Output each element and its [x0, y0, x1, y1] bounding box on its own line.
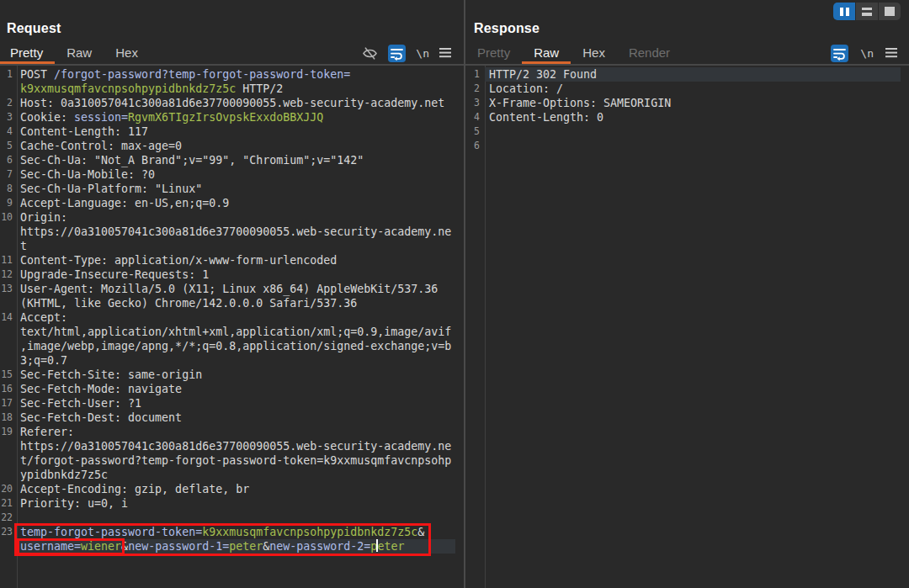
code-line: (KHTML, like Gecko) Chrome/142.0.0.0 Saf…: [17, 296, 455, 310]
code-line: Accept:: [17, 310, 455, 325]
code-line: Referer:: [17, 425, 455, 439]
editor-row: 2Host: 0a310057041c300a81d6e37700090055.…: [0, 96, 464, 110]
tab-pretty[interactable]: Pretty: [0, 44, 55, 64]
text-caret: [376, 539, 378, 552]
editor-row: 9Accept-Language: en-US,en;q=0.9: [0, 196, 464, 210]
line-number: 1: [0, 67, 17, 82]
code-line: [17, 511, 455, 525]
editor-row: 3;q=0.7: [0, 353, 464, 368]
code-line: username=wiener&new-password-1=peter&new…: [17, 539, 455, 554]
columns-layout-icon: [840, 8, 849, 16]
columns-layout-button[interactable]: [833, 3, 855, 20]
code-line: HTTP/2 302 Found: [485, 67, 901, 82]
line-number: 10: [0, 210, 17, 225]
code-line: POST /forgot-password?temp-forgot-passwo…: [17, 67, 455, 82]
rows-layout-button[interactable]: [856, 3, 878, 20]
line-number: 16: [0, 382, 17, 396]
code-line: t: [17, 239, 455, 253]
line-number: 3: [465, 96, 485, 110]
editor-row: 5: [465, 124, 909, 139]
editor-row: 10Origin:: [0, 210, 464, 225]
code-line: Priority: u=0, i: [17, 496, 455, 511]
code-line: Sec-Fetch-Site: same-origin: [17, 368, 455, 382]
editor-row: 23temp-forgot-password-token=k9xxmusqmfa…: [0, 525, 464, 539]
line-number: 2: [465, 82, 485, 96]
code-line: t/forgot-password?temp-forgot-password-t…: [17, 453, 455, 468]
single-pane-icon: [885, 7, 895, 16]
editor-row: k9xxmusqmfavcnpsohpypidbnkdz7z5c HTTP/2: [0, 82, 464, 96]
line-number: 21: [0, 496, 17, 511]
code-line: Cache-Control: max-age=0: [17, 139, 455, 153]
editor-row: 15Sec-Fetch-Site: same-origin: [0, 368, 464, 382]
code-line: Sec-Ch-Ua: "Not_A Brand";v="99", "Chromi…: [17, 153, 455, 167]
code-line: temp-forgot-password-token=k9xxmusqmfavc…: [17, 525, 455, 539]
code-line: Sec-Fetch-User: ?1: [17, 396, 455, 411]
line-number: 4: [0, 124, 17, 139]
word-wrap-icon[interactable]: [831, 45, 848, 62]
layout-toolbar: [833, 3, 901, 20]
line-number: [0, 453, 17, 468]
newline-icon[interactable]: \n: [416, 47, 429, 60]
code-line: Content-Length: 117: [17, 124, 455, 139]
tab-pretty[interactable]: Pretty: [465, 44, 522, 64]
tab-raw[interactable]: Raw: [55, 44, 104, 64]
line-number: 6: [465, 139, 485, 153]
request-tabs: PrettyRawHex: [0, 44, 150, 64]
line-number: [0, 82, 17, 96]
tab-hex[interactable]: Hex: [104, 44, 150, 64]
code-line: Accept-Language: en-US,en;q=0.9: [17, 196, 455, 210]
line-number: 23: [0, 525, 17, 539]
editor-row: 4Content-Length: 117: [0, 124, 464, 139]
code-line: User-Agent: Mozilla/5.0 (X11; Linux x86_…: [17, 282, 455, 296]
response-tabs: PrettyRawHexRender: [465, 44, 682, 64]
code-line: X-Frame-Options: SAMEORIGIN: [485, 96, 901, 110]
code-line: ,image/webp,image/apng,*/*;q=0.8,applica…: [17, 339, 455, 353]
line-number: [0, 296, 17, 310]
line-number: [0, 239, 17, 253]
code-line: Sec-Fetch-Dest: document: [17, 411, 455, 425]
editor-row: 22: [0, 511, 464, 525]
tab-hex[interactable]: Hex: [571, 44, 617, 64]
hide-nonprintable-icon[interactable]: [362, 45, 378, 61]
code-line: https://0a310057041c300a81d6e37700090055…: [17, 439, 455, 453]
line-number: [0, 468, 17, 482]
editor-row: 6Sec-Ch-Ua: "Not_A Brand";v="99", "Chrom…: [0, 153, 464, 167]
line-number: 11: [0, 253, 17, 268]
editor-row: 11Content-Type: application/x-www-form-u…: [0, 253, 464, 268]
request-editor[interactable]: 1POST /forgot-password?temp-forgot-passw…: [0, 66, 464, 588]
editor-row: ,image/webp,image/apng,*/*;q=0.8,applica…: [0, 339, 464, 353]
editor-row: username=wiener&new-password-1=peter&new…: [0, 539, 464, 554]
line-number: [0, 325, 17, 339]
line-number: 5: [0, 139, 17, 153]
line-number: 18: [0, 411, 17, 425]
line-number: 2: [0, 96, 17, 110]
editor-row: 4Content-Length: 0: [465, 110, 909, 124]
request-panel: Request PrettyRawHex \n: [0, 0, 464, 588]
editor-row: 13User-Agent: Mozilla/5.0 (X11; Linux x8…: [0, 282, 464, 296]
code-line: Content-Type: application/x-www-form-url…: [17, 253, 455, 268]
response-editor[interactable]: 1HTTP/2 302 Found2Location: /3X-Frame-Op…: [465, 66, 909, 588]
line-number: [0, 439, 17, 453]
line-number: [0, 225, 17, 239]
single-pane-layout-button[interactable]: [879, 3, 901, 20]
editor-menu-icon[interactable]: [885, 48, 897, 58]
tab-raw[interactable]: Raw: [522, 44, 571, 64]
code-line: https://0a310057041c300a81d6e37700090055…: [17, 225, 455, 239]
code-line: Content-Length: 0: [485, 110, 901, 124]
line-number: 14: [0, 310, 17, 325]
editor-row: ypidbnkdz7z5c: [0, 468, 464, 482]
line-number: 15: [0, 368, 17, 382]
editor-menu-icon[interactable]: [439, 48, 451, 58]
newline-icon[interactable]: \n: [860, 47, 874, 60]
line-number: 17: [0, 396, 17, 411]
code-line: [485, 124, 901, 139]
tab-render[interactable]: Render: [617, 44, 682, 64]
response-editor-toolbar: \n: [831, 44, 909, 62]
code-line: k9xxmusqmfavcnpsohpypidbnkdz7z5c HTTP/2: [17, 82, 455, 96]
word-wrap-icon[interactable]: [388, 45, 406, 62]
line-number: 4: [465, 110, 485, 124]
editor-row: t: [0, 239, 464, 253]
code-line: text/html,application/xhtml+xml,applicat…: [17, 325, 455, 339]
editor-row: 19Referer:: [0, 425, 464, 439]
line-number: 13: [0, 282, 17, 296]
